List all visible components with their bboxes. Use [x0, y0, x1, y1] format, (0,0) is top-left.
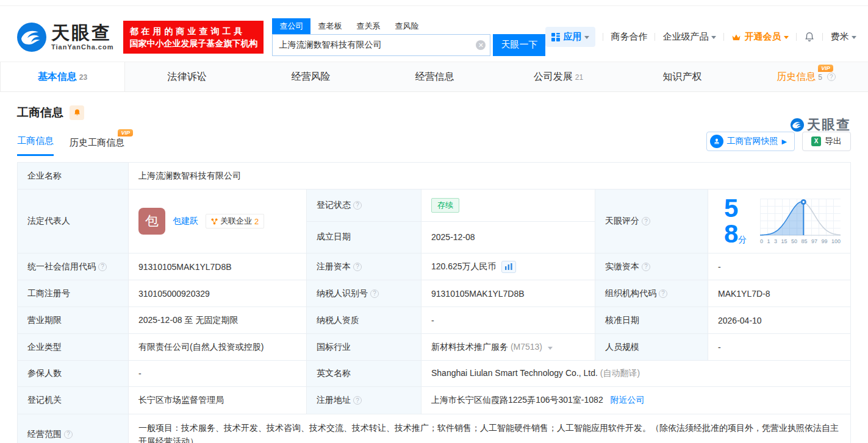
tab-operation-risk[interactable]: 经营风险: [249, 62, 373, 91]
field-label: 英文名称: [307, 361, 421, 387]
company-name-value: 上海流澜数智科技有限公司: [129, 163, 851, 190]
stamp-icon: [710, 135, 723, 148]
company-type-value: 有限责任公司(自然人投资或控股): [129, 334, 307, 361]
business-scope-value: 一般项目：技术服务、技术开发、技术咨询、技术交流、技术转让、技术推广；软件销售；…: [129, 414, 851, 443]
tab-label: 经营风险: [292, 71, 331, 83]
tab-history-info[interactable]: VIP 历史信息5 ?: [744, 62, 868, 91]
nav-apps[interactable]: 应用: [545, 27, 595, 47]
field-label: 经营范围?: [18, 414, 129, 443]
tab-legal[interactable]: 法律诉讼: [125, 62, 249, 91]
subtab-label: 历史工商信息: [70, 137, 124, 147]
tab-label: 基本信息: [38, 71, 77, 83]
related-count: 2: [254, 217, 259, 226]
taxpayer-id-value: 91310105MAK1YL7D8B: [421, 280, 595, 307]
main-tab-bar: 基本信息23 法律诉讼 经营风险 经营信息 公司发展21 知识产权 VIP 历史…: [0, 62, 868, 92]
brand-name: 天眼查: [51, 24, 113, 42]
tab-count: 5: [818, 73, 822, 82]
search-tab-company[interactable]: 查公司: [272, 18, 310, 34]
help-icon[interactable]: ?: [659, 289, 667, 298]
nav-enterprise-label: 企业级产品: [662, 31, 708, 43]
bell-icon[interactable]: [804, 31, 815, 43]
tianyancha-logo[interactable]: 天眼查 TianYanCha.com: [17, 23, 113, 52]
promo-line-2: 国家中小企业发展子基金旗下机构: [129, 37, 257, 49]
reg-status-cell: 存续: [421, 190, 595, 222]
related-companies-badge[interactable]: 关联企业 2: [206, 214, 264, 229]
help-icon[interactable]: ?: [353, 263, 362, 271]
help-icon[interactable]: ?: [353, 201, 362, 210]
clear-icon[interactable]: ✕: [476, 40, 486, 50]
avatar[interactable]: 包: [138, 208, 165, 235]
help-icon[interactable]: ?: [370, 289, 379, 298]
official-snapshot-button[interactable]: 工商官网快照 ▶: [706, 132, 795, 151]
field-label: 营业期限: [18, 307, 129, 334]
table-row: 经营范围? 一般项目：技术服务、技术开发、技术咨询、技术交流、技术转让、技术推广…: [18, 414, 851, 443]
help-icon[interactable]: ?: [827, 73, 836, 81]
nav-cooperation[interactable]: 商务合作: [611, 31, 647, 43]
nav-open-vip[interactable]: 开通会员: [731, 31, 789, 43]
search-tab-relation[interactable]: 查关系: [349, 18, 387, 34]
subtab-history-business-info[interactable]: VIP 历史工商信息: [70, 137, 124, 156]
search-tab-boss[interactable]: 查老板: [310, 18, 349, 34]
field-label: 核准日期: [595, 307, 708, 334]
promo-line-1: 都在用的商业查询工具: [129, 25, 257, 37]
reg-capital-cell: 120.625万人民币: [421, 253, 595, 280]
table-row: 统一社会信用代码? 91310105MAK1YL7D8B 注册资本? 120.6…: [18, 253, 851, 280]
tab-label: 法律诉讼: [168, 71, 207, 83]
field-label: 企业类型: [18, 334, 129, 361]
score-value: 58: [724, 194, 738, 248]
nav-enterprise[interactable]: 企业级产品: [662, 31, 716, 43]
score-cell[interactable]: 58分: [708, 190, 851, 253]
divider: [603, 33, 603, 41]
nav-open-vip-label: 开通会员: [744, 31, 781, 43]
nav-user[interactable]: 费米: [830, 31, 856, 43]
field-label: 企业名称: [18, 163, 129, 190]
field-label: 国标行业: [307, 334, 421, 361]
network-icon: [211, 218, 218, 225]
promo-banner: 都在用的商业查询工具 国家中小企业发展子基金旗下机构: [123, 21, 264, 54]
field-label: 实缴资本?: [595, 253, 708, 280]
subtab-business-info[interactable]: 工商信息: [17, 135, 54, 156]
industry-value: 新材料技术推广服务: [431, 342, 508, 352]
help-icon[interactable]: ?: [642, 263, 650, 271]
subscribe-bell-icon[interactable]: [70, 105, 84, 120]
table-row: 工商注册号 310105000920329 纳税人识别号? 91310105MA…: [18, 280, 851, 307]
taxpayer-quality-value: -: [421, 307, 595, 334]
nearby-companies-link[interactable]: 附近公司: [611, 395, 645, 405]
legal-rep-cell: 包 包建跃 关联企业 2: [129, 190, 307, 253]
tab-basic-info[interactable]: 基本信息23: [0, 62, 125, 91]
business-info-table: 企业名称 上海流澜数智科技有限公司 法定代表人 包 包建跃 关联企业 2: [17, 162, 851, 443]
table-row: 营业期限 2025-12-08 至 无固定期限 纳税人资质 - 核准日期 202…: [18, 307, 851, 334]
search-button[interactable]: 天眼一下: [493, 34, 545, 56]
export-button[interactable]: X 导出: [802, 132, 851, 151]
legal-rep-link[interactable]: 包建跃: [173, 216, 198, 227]
tab-intellectual-property[interactable]: 知识产权: [620, 62, 744, 91]
credit-code-value: 91310105MAK1YL7D8B: [129, 253, 307, 280]
capital-trend-icon[interactable]: [501, 261, 516, 273]
tab-label: 历史信息: [777, 71, 816, 83]
tab-count: 23: [79, 73, 87, 82]
tab-label: 经营信息: [415, 71, 454, 83]
approval-date-value: 2026-04-10: [708, 307, 851, 334]
table-row: 企业名称 上海流澜数智科技有限公司: [18, 163, 851, 190]
field-label: 参保人数: [18, 361, 129, 387]
help-icon[interactable]: ?: [98, 263, 107, 271]
field-label: 注册地址?: [307, 387, 421, 414]
search-input[interactable]: [272, 34, 490, 56]
help-icon[interactable]: ?: [353, 396, 362, 405]
table-row: 参保人数 - 英文名称 Shanghai Liulan Smart Techno…: [18, 361, 851, 387]
tab-label: 公司发展: [534, 71, 573, 83]
tab-company-development[interactable]: 公司发展21: [497, 62, 620, 91]
industry-cell[interactable]: 新材料技术推广服务 (M7513): [421, 334, 595, 361]
brand-domain: TianYanCha.com: [51, 43, 113, 51]
chevron-down-icon[interactable]: [548, 347, 553, 350]
tab-label: 知识产权: [663, 71, 702, 83]
chevron-down-icon: [852, 36, 856, 39]
insured-count-value: -: [129, 361, 307, 387]
related-label: 关联企业: [220, 216, 252, 227]
help-icon[interactable]: ?: [64, 430, 73, 439]
help-icon[interactable]: ?: [642, 217, 650, 225]
industry-code: (M7513): [511, 342, 542, 352]
search-tab-risk[interactable]: 查风险: [387, 18, 426, 34]
tab-operation-info[interactable]: 经营信息: [373, 62, 497, 91]
search-area: 查公司 查老板 查关系 查风险 ✕ 天眼一下: [272, 18, 545, 56]
